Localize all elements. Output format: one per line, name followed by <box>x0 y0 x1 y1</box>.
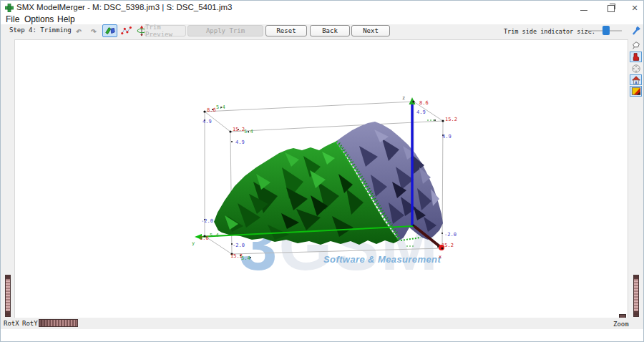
maximize-button[interactable] <box>601 1 621 15</box>
app-logo-icon <box>5 4 14 12</box>
menu-options[interactable]: Options <box>24 14 54 24</box>
redo-button[interactable]: ↷ <box>87 24 101 37</box>
zoom-slider[interactable] <box>633 275 639 317</box>
minimize-button[interactable] <box>574 1 594 15</box>
axis-label: 5.4 <box>244 129 253 135</box>
polyline-icon <box>121 25 132 36</box>
axis-label: 4.9 <box>203 119 212 124</box>
restore-icon <box>608 5 615 12</box>
trim-size-label: Trim side indicator size: <box>504 28 595 35</box>
axis-label: 4.9 <box>235 140 245 145</box>
close-icon: ✕ <box>631 4 638 12</box>
window-title: SMX ModelMerger - M: DSC_5398.jm3 | S: D… <box>16 3 232 11</box>
toolbar: Step 4: Trimming ↶ ↷ <box>1 24 643 38</box>
axis-label: -2.0 <box>233 243 245 248</box>
pan-compass-icon <box>631 64 641 74</box>
zoom-label: Zoom <box>613 321 629 328</box>
step-label: Step 4: Trimming <box>9 26 72 34</box>
y-axis-label: y <box>192 240 195 246</box>
undo-icon: ↶ <box>76 25 82 36</box>
x-axis-label: x <box>439 254 441 260</box>
axis-label: 15.2 <box>233 127 245 132</box>
axis-label: 15.2 <box>441 243 454 248</box>
minimize-icon <box>580 10 587 11</box>
roty-label: RotY <box>22 320 38 327</box>
trim-surface-tool-button[interactable] <box>102 24 117 37</box>
reset-button[interactable]: Reset <box>265 25 307 36</box>
z-axis-label: z <box>402 95 405 101</box>
pan-view-button[interactable] <box>630 63 642 74</box>
rotx-label: RotX <box>4 320 19 327</box>
axis-label: 8.6 <box>419 100 429 106</box>
trim-size-slider-thumb[interactable] <box>602 26 610 35</box>
axis-label: 4.9 <box>416 109 426 115</box>
axis-label: 5.4 <box>241 255 250 261</box>
render-mode-icon <box>631 87 641 96</box>
back-button[interactable]: Back <box>310 25 350 36</box>
axis-label: 4.9 <box>442 134 452 140</box>
polyline-tool-button[interactable] <box>119 24 134 37</box>
home-view-button[interactable] <box>630 74 642 85</box>
viewport-3d[interactable]: 3GSM Software & Measurement <box>14 39 628 319</box>
lasso-icon <box>631 41 641 51</box>
menu-file[interactable]: File <box>6 14 19 24</box>
apply-trim-button[interactable]: Apply Trim <box>187 25 263 36</box>
next-button[interactable]: Next <box>351 25 390 36</box>
glove-icon <box>631 52 640 62</box>
rotx-slider[interactable] <box>5 275 11 317</box>
axis-label: 5.4 <box>216 104 225 110</box>
axis-label: -2.0 <box>444 232 457 238</box>
home-icon <box>631 75 641 85</box>
trim-surface-icon <box>104 25 116 36</box>
undo-button[interactable]: ↶ <box>72 24 86 37</box>
wrench-icon <box>630 25 642 37</box>
axis-label: -2.0 <box>201 218 213 224</box>
axis-label: 8.6 <box>207 107 216 113</box>
menu-bar: File Options Help <box>1 15 643 24</box>
redo-icon: ↷ <box>91 25 97 36</box>
3d-scene[interactable]: 8.6 5.4 4.9 15.2 5.4 4.9 z 8.6 4.9 15.2 … <box>15 40 628 318</box>
axis-label: 15.2 <box>445 117 457 122</box>
roty-slider[interactable] <box>39 319 78 327</box>
axis-label: 5.4 <box>210 233 219 238</box>
close-button[interactable]: ✕ <box>625 1 644 15</box>
lasso-select-button[interactable] <box>630 40 642 51</box>
trim-preview-button[interactable]: Trim Preview <box>145 25 186 36</box>
app-window: SMX ModelMerger - M: DSC_5398.jm3 | S: D… <box>0 0 644 342</box>
bottom-bar: RotX RotY Zoom <box>1 318 643 329</box>
settings-wrench-button[interactable] <box>628 24 643 37</box>
render-mode-button[interactable] <box>630 86 642 97</box>
title-bar: SMX ModelMerger - M: DSC_5398.jm3 | S: D… <box>1 1 643 15</box>
axis-label: 8.6 <box>200 235 209 241</box>
menu-help[interactable]: Help <box>57 14 75 24</box>
glove-drag-button[interactable] <box>630 52 642 62</box>
